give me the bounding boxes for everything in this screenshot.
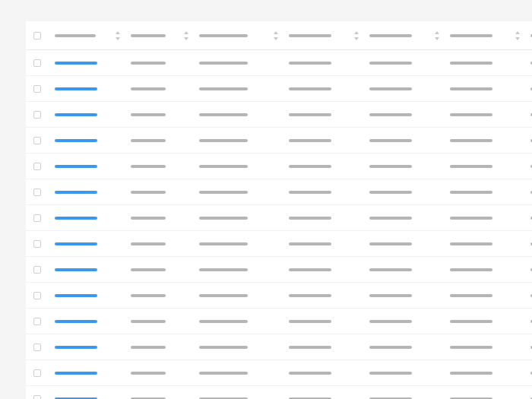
row-cell xyxy=(131,294,199,297)
column-label xyxy=(55,34,96,37)
row-cell xyxy=(369,113,450,116)
row-cell xyxy=(199,372,289,375)
row-link-cell[interactable] xyxy=(55,242,131,245)
row-link xyxy=(55,242,97,245)
table-row xyxy=(26,231,532,257)
row-link-cell[interactable] xyxy=(55,294,131,297)
row-cell xyxy=(369,62,450,65)
row-link xyxy=(55,87,97,90)
row-checkbox[interactable] xyxy=(33,344,41,351)
row-cell xyxy=(369,217,450,220)
row-cell xyxy=(369,87,450,90)
table-row xyxy=(26,76,532,102)
table-row xyxy=(26,179,532,205)
row-checkbox[interactable] xyxy=(33,214,41,222)
row-link xyxy=(55,320,97,323)
row-cell xyxy=(289,113,369,116)
row-cell xyxy=(369,294,450,297)
row-checkbox[interactable] xyxy=(33,188,41,196)
table-row xyxy=(26,360,532,386)
row-link-cell[interactable] xyxy=(55,62,131,65)
row-cell xyxy=(289,87,369,90)
row-cell xyxy=(450,87,530,90)
row-cell xyxy=(289,62,369,65)
row-link xyxy=(55,346,97,349)
table-row xyxy=(26,309,532,334)
row-cell xyxy=(131,87,199,90)
row-cell xyxy=(199,242,289,245)
row-cell xyxy=(289,268,369,271)
table-header-row xyxy=(26,21,532,50)
row-cell xyxy=(369,346,450,349)
column-header[interactable] xyxy=(369,34,450,37)
row-checkbox[interactable] xyxy=(33,266,41,274)
row-cell xyxy=(131,268,199,271)
row-link-cell[interactable] xyxy=(55,346,131,349)
table-row xyxy=(26,50,532,76)
row-checkbox[interactable] xyxy=(33,395,41,400)
row-link-cell[interactable] xyxy=(55,87,131,90)
row-checkbox[interactable] xyxy=(33,318,41,325)
row-checkbox[interactable] xyxy=(33,163,41,170)
row-cell xyxy=(450,346,530,349)
row-cell xyxy=(450,165,530,168)
row-cell xyxy=(289,372,369,375)
sort-icon[interactable] xyxy=(116,31,120,40)
sort-icon[interactable] xyxy=(274,31,278,40)
row-checkbox[interactable] xyxy=(33,85,41,93)
select-all-checkbox[interactable] xyxy=(33,32,41,40)
row-cell xyxy=(131,217,199,220)
row-cell xyxy=(131,62,199,65)
column-header[interactable] xyxy=(55,34,131,37)
column-header[interactable] xyxy=(199,34,289,37)
row-link-cell[interactable] xyxy=(55,113,131,116)
row-cell xyxy=(131,346,199,349)
row-link xyxy=(55,139,97,142)
row-link-cell[interactable] xyxy=(55,165,131,168)
sort-icon[interactable] xyxy=(515,31,520,40)
sort-icon[interactable] xyxy=(184,31,188,40)
row-cell xyxy=(289,165,369,168)
column-label xyxy=(131,34,166,37)
row-cell xyxy=(450,113,530,116)
column-header[interactable] xyxy=(131,34,199,37)
row-cell xyxy=(131,165,199,168)
table-row xyxy=(26,386,532,399)
row-cell xyxy=(369,242,450,245)
row-link-cell[interactable] xyxy=(55,268,131,271)
row-cell xyxy=(369,268,450,271)
table-body xyxy=(26,50,532,399)
column-label xyxy=(369,34,412,37)
row-cell xyxy=(131,113,199,116)
row-link-cell[interactable] xyxy=(55,191,131,194)
row-cell xyxy=(199,217,289,220)
row-cell xyxy=(289,217,369,220)
row-link xyxy=(55,217,97,220)
table-row xyxy=(26,205,532,231)
row-link-cell[interactable] xyxy=(55,320,131,323)
row-cell xyxy=(199,191,289,194)
row-checkbox[interactable] xyxy=(33,137,41,144)
row-link-cell[interactable] xyxy=(55,372,131,375)
row-checkbox[interactable] xyxy=(33,111,41,119)
row-checkbox[interactable] xyxy=(33,369,41,377)
row-cell xyxy=(450,294,530,297)
row-checkbox[interactable] xyxy=(33,240,41,248)
row-link-cell[interactable] xyxy=(55,139,131,142)
row-cell xyxy=(131,191,199,194)
row-checkbox[interactable] xyxy=(33,292,41,299)
column-header[interactable] xyxy=(450,34,530,37)
table-row xyxy=(26,283,532,309)
row-link-cell[interactable] xyxy=(55,217,131,220)
row-cell xyxy=(199,268,289,271)
row-cell xyxy=(369,372,450,375)
row-cell xyxy=(450,242,530,245)
row-cell xyxy=(199,87,289,90)
table-row xyxy=(26,128,532,154)
row-cell xyxy=(289,191,369,194)
column-header[interactable] xyxy=(289,34,369,37)
row-checkbox[interactable] xyxy=(33,59,41,67)
sort-icon[interactable] xyxy=(435,31,439,40)
row-cell xyxy=(289,346,369,349)
sort-icon[interactable] xyxy=(354,31,359,40)
